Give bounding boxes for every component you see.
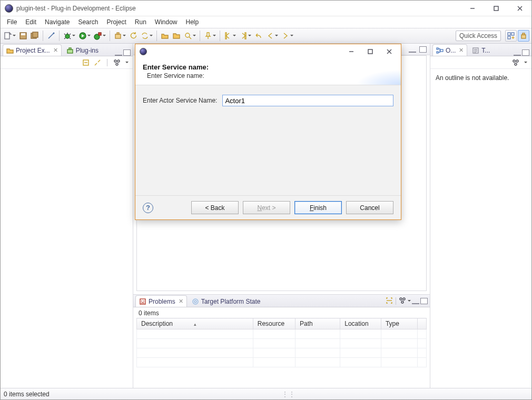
menu-navigate[interactable]: Navigate [41, 17, 74, 27]
statusbar: 0 items selected ⋮⋮ [1, 388, 531, 399]
svg-rect-37 [440, 49, 443, 52]
dialog-close-button[interactable] [380, 44, 399, 59]
plugins-tab[interactable]: Plug-ins [63, 44, 102, 56]
refresh-button[interactable] [128, 30, 139, 42]
view-menu-button[interactable] [407, 295, 411, 307]
collapse-all-icon[interactable] [82, 59, 90, 66]
dialog-minimize-button[interactable] [342, 44, 361, 59]
table-row[interactable] [137, 329, 427, 339]
ext-tools-button[interactable] [93, 30, 107, 42]
menu-run[interactable]: Run [131, 17, 151, 27]
back-button[interactable] [265, 30, 279, 42]
nav-back-history-button[interactable] [223, 30, 237, 42]
editor-maximize-button[interactable] [419, 46, 427, 53]
help-button[interactable]: ? [143, 203, 153, 213]
new-plugin-button[interactable] [113, 30, 127, 42]
arrow-right-icon [281, 32, 290, 40]
pde-perspective-button[interactable] [518, 30, 529, 42]
link-editor-icon[interactable] [94, 59, 101, 66]
menu-search[interactable]: Search [74, 17, 102, 27]
outline-tab[interactable]: O... ✕ [432, 44, 467, 56]
back-button[interactable]: < Back [191, 201, 239, 214]
target-platform-tab[interactable]: Target Platform State [188, 295, 264, 307]
project-explorer-toolbar [1, 56, 133, 69]
last-edit-button[interactable] [253, 30, 264, 42]
tab-close-icon[interactable]: ✕ [53, 47, 58, 54]
col-resource[interactable]: Resource [253, 318, 295, 329]
table-row[interactable] [137, 348, 427, 358]
col-path[interactable]: Path [295, 318, 340, 329]
finish-button[interactable]: Finish [294, 201, 342, 214]
debug-button[interactable] [62, 30, 76, 42]
view-minimize-button[interactable] [514, 49, 521, 56]
view-minimize-button[interactable] [115, 49, 122, 56]
cancel-button[interactable]: Cancel [346, 201, 393, 214]
bug-icon [63, 32, 72, 40]
svg-rect-1 [5, 33, 9, 39]
filters-icon[interactable] [113, 59, 121, 66]
quick-access-box[interactable]: Quick Access [456, 31, 501, 41]
eclipse-icon [5, 4, 13, 13]
open-perspective-button[interactable] [505, 30, 517, 42]
tab-close-icon[interactable]: ✕ [459, 47, 464, 54]
filters-icon[interactable] [512, 59, 519, 66]
col-extra[interactable] [418, 318, 427, 329]
svg-point-41 [515, 63, 517, 65]
project-explorer-tab[interactable]: Project Ex... ✕ [3, 44, 62, 56]
view-maximize-button[interactable] [123, 49, 131, 56]
tab-close-icon[interactable]: ✕ [179, 298, 183, 305]
sync-button[interactable] [140, 30, 154, 42]
open-type-button[interactable] [171, 30, 182, 42]
editor-minimize-button[interactable] [409, 46, 416, 53]
statusbar-grip[interactable]: ⋮⋮ [282, 391, 295, 398]
window-maximize-button[interactable] [484, 1, 508, 16]
search-button[interactable] [183, 30, 197, 42]
wand-button[interactable] [46, 30, 56, 42]
dialog-button-bar: ? < Back Next > Finish Cancel [135, 195, 401, 219]
pin-button[interactable] [203, 30, 217, 42]
menu-project[interactable]: Project [102, 17, 130, 27]
view-maximize-button[interactable] [522, 49, 529, 56]
menu-help[interactable]: Help [182, 17, 203, 27]
problems-tab[interactable]: Problems ✕ [135, 295, 187, 307]
actor-service-name-input[interactable] [222, 95, 393, 106]
view-minimize-button[interactable] [412, 298, 419, 304]
view-maximize-button[interactable] [420, 298, 428, 304]
nav-fwd-history-button[interactable] [238, 30, 252, 42]
svg-point-39 [513, 60, 515, 62]
focus-icon[interactable] [386, 297, 393, 306]
open-folder-button[interactable] [160, 30, 170, 42]
col-location[interactable]: Location [340, 318, 381, 329]
menu-edit[interactable]: Edit [21, 17, 41, 27]
actor-service-name-label: Enter Actor Service Name: [143, 97, 217, 104]
col-description[interactable]: Description [137, 318, 253, 329]
task-list-tab[interactable]: T... [468, 44, 494, 56]
svg-rect-0 [494, 6, 498, 11]
new-icon [4, 32, 12, 40]
perspective-switcher [505, 30, 529, 42]
save-button[interactable] [18, 30, 28, 42]
menu-window[interactable]: Window [151, 17, 182, 27]
view-menu-button[interactable] [524, 57, 527, 68]
col-type[interactable]: Type [381, 318, 417, 329]
menu-file[interactable]: File [3, 17, 21, 27]
forward-button[interactable] [280, 30, 294, 42]
nav-stack-fwd-icon [239, 32, 248, 40]
run-button[interactable] [77, 30, 92, 42]
project-explorer-body[interactable] [1, 69, 133, 388]
menubar: File Edit Navigate Search Project Run Wi… [1, 16, 531, 28]
problems-table[interactable]: Description Resource Path Location Type [136, 318, 427, 367]
window-close-button[interactable] [508, 1, 531, 16]
bottom-stack: Problems ✕ Target Platform State [133, 294, 430, 388]
table-row[interactable] [137, 358, 427, 367]
new-button[interactable] [3, 30, 17, 42]
save-icon [19, 32, 27, 40]
window-minimize-button[interactable] [460, 1, 484, 16]
enter-service-name-dialog: Enter Service name: Enter Service name: … [135, 44, 401, 220]
dialog-maximize-button[interactable] [361, 44, 380, 59]
filters-icon[interactable] [399, 297, 406, 306]
view-menu-button[interactable] [125, 57, 129, 68]
wand-icon [47, 32, 55, 40]
save-all-button[interactable] [29, 30, 40, 42]
table-row[interactable] [137, 339, 427, 348]
